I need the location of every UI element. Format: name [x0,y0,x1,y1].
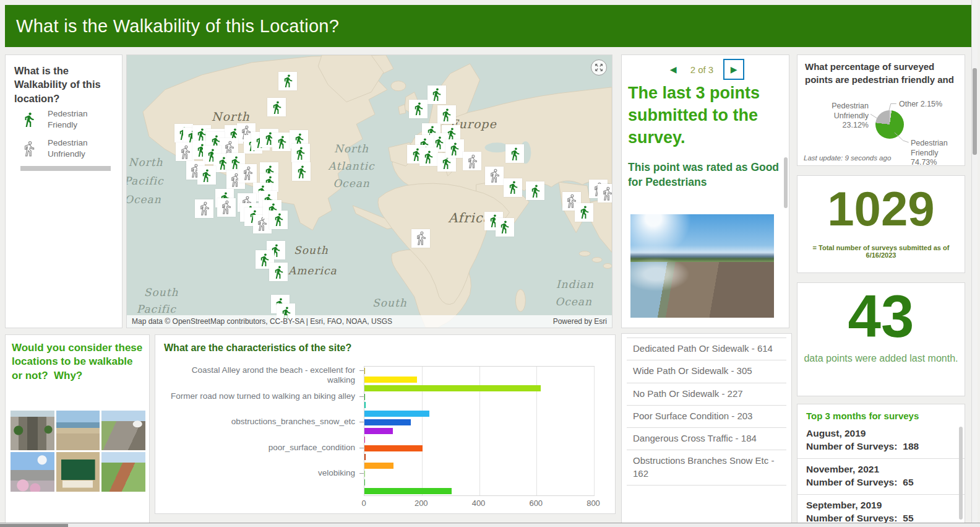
map-panel[interactable]: NorthNorthPacificOceanNorthAtlanticOcean… [126,54,612,328]
map-marker-pedestrian-friendly[interactable] [526,181,544,200]
list-item: Dangerous Cross Traffic - 184 [627,428,786,450]
list-item: Dedicated Path Or Sidewalk - 614 [627,338,786,360]
pager-previous-button[interactable]: ◀ [666,62,681,77]
y-axis-tick [359,370,364,371]
bar-chart-plot [364,366,595,496]
page-horizontal-scrollbar[interactable] [0,523,980,527]
map-marker-pedestrian-friendly[interactable] [575,203,593,222]
pie-label-unfriendly: Pedestrian Unfriendly 23.12% [832,102,869,131]
chart-bar [364,479,365,486]
last-month-caption: data points were added last month. [797,353,965,364]
top-months-title: Top 3 months for surveys [806,411,919,421]
location-photo-thumbnail [11,452,54,492]
legend-item-label: Pedestrian Friendly [48,108,119,130]
pie-label-other: Other 2.15% [899,100,942,110]
pie-chart-title: What percentage of surveyed points are p… [805,60,958,89]
map-marker-pedestrian-friendly[interactable] [272,133,291,151]
month-label: November, 2021 [806,463,956,476]
legend-item-friendly: Pedestrian Friendly [20,108,119,130]
map-marker-pedestrian-unfriendly[interactable] [485,167,504,185]
legend-panel: What is the Walkability of this location… [5,54,123,328]
map-marker-pedestrian-friendly[interactable] [269,211,288,229]
pie-chart[interactable] [875,110,904,139]
survey-count-value: 55 [903,513,913,523]
pedestrian-unfriendly-icon [20,140,38,157]
bar-chart-x-axis: 0200400600800 [364,499,593,508]
pager-next-button[interactable]: ▶ [723,59,744,80]
map-marker-pedestrian-friendly[interactable] [269,263,288,281]
list-item: Wide Path Or Sidewalk - 305 [627,360,786,383]
list-item: Poor Surface Condition - 203 [627,406,786,428]
y-axis-category-label: velobiking [170,468,355,478]
month-label: September, 2019 [806,499,956,512]
bar-chart-title: What are the characteristics of the site… [164,342,351,354]
map-marker-pedestrian-friendly[interactable] [504,178,522,197]
location-photo-thumbnail [101,411,145,450]
chart-gridline [594,367,595,495]
pedestrian-friendly-icon [20,111,38,128]
top-months-scrollbar[interactable] [959,427,963,520]
map-marker-pedestrian-friendly[interactable] [267,98,286,116]
map-marker-pedestrian-friendly[interactable] [437,105,456,124]
horizontal-scrollbar-thumb[interactable] [0,524,68,527]
map-marker-pedestrian-friendly[interactable] [291,144,310,162]
vertical-scrollbar-thumb[interactable] [973,68,977,155]
map-marker-pedestrian-unfriendly[interactable] [176,142,194,161]
top-months-list: August, 2019Number of Surveys:188Novembe… [797,423,965,523]
map-marker-pedestrian-unfriendly[interactable] [217,198,236,217]
total-surveys-caption: = Total number of surveys submitted as o… [797,244,965,259]
powered-by-esri: Powered by Esri [553,317,607,326]
y-axis-tick [359,396,364,397]
walkable-question-panel: Would you consider these locations to be… [5,334,150,523]
last-month-panel: 43 data points were added last month. [797,282,965,396]
y-axis-tick [359,448,364,448]
chart-bar [364,463,393,469]
chart-bar [364,368,365,374]
list-item: Obstructions Branches Snow Etc - 162 [627,450,786,486]
chart-bar [364,445,423,451]
map-marker-pedestrian-friendly[interactable] [496,218,514,237]
survey-count: Number of Surveys:55 [806,512,956,523]
map-marker-pedestrian-friendly[interactable] [419,147,438,166]
site-characteristics-list-panel: Dedicated Path Or Sidewalk - 614Wide Pat… [621,333,792,523]
map-expand-button[interactable] [591,59,607,76]
survey-point-photo [630,214,774,318]
map-marker-pedestrian-friendly[interactable] [505,144,524,163]
survey-count-label: Number of Surveys: [806,477,897,487]
chart-bar [364,419,411,425]
y-axis-tick [359,422,364,422]
month-label: August, 2019 [806,427,956,440]
page-vertical-scrollbar[interactable] [971,0,978,523]
attribution-text: Map data © OpenStreetMap contributors, C… [132,317,392,326]
last-update-text: Last update: 9 seconds ago [804,154,891,162]
map-marker-pedestrian-unfriendly[interactable] [238,164,257,183]
survey-panel-scrollbar[interactable] [784,157,788,208]
location-photo-thumbnail [56,452,100,492]
map-marker-pedestrian-unfriendly[interactable] [598,184,612,203]
x-axis-tick-label: 600 [529,499,543,508]
map-marker-pedestrian-friendly[interactable] [197,166,216,185]
legend-horizontal-scrollbar[interactable] [20,166,111,171]
map-marker-pedestrian-friendly[interactable] [278,72,297,90]
last-points-title: The last 3 points submitted to the surve… [628,82,781,149]
survey-count-value: 65 [903,477,913,487]
map-marker-pedestrian-unfriendly[interactable] [411,229,430,248]
map-marker-pedestrian-unfriendly[interactable] [195,199,213,218]
location-photo-thumbnail [56,411,100,450]
map-marker-pedestrian-friendly[interactable] [409,100,428,118]
map-marker-pedestrian-friendly[interactable] [292,162,311,181]
map-marker-pedestrian-unfriendly[interactable] [463,152,481,170]
chart-bar [364,437,365,443]
list-item: November, 2021Number of Surveys:65 [797,459,965,495]
y-axis-category-label: Coastal Alley arond the beach - excellen… [170,365,355,385]
bar-chart-panel: What are the characteristics of the site… [155,334,616,514]
map-marker-layer [127,55,612,328]
total-surveys-panel: 1029 = Total number of surveys submitted… [797,175,965,273]
survey-count-label: Number of Surveys: [806,441,897,451]
map-marker-pedestrian-friendly[interactable] [445,139,464,158]
map-marker-pedestrian-friendly[interactable] [428,85,446,104]
legend-item-unfriendly: Pedestrian Unfriendly [20,137,119,159]
chart-bar [364,402,366,408]
legend-title: What is the Walkability of this location… [14,64,107,105]
x-axis-tick-label: 0 [361,499,366,508]
